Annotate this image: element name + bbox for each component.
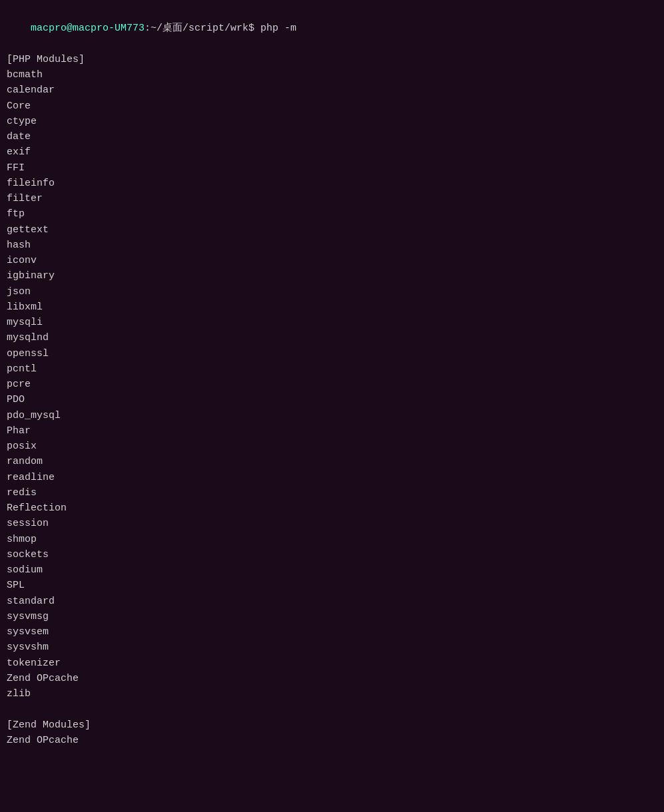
list-item: bcmath (7, 67, 657, 83)
list-item: readline (7, 470, 657, 485)
list-item: sysvshm (7, 640, 657, 655)
list-item: zlib (7, 686, 657, 702)
list-item: date (7, 129, 657, 144)
blank-line-1 (7, 702, 657, 717)
zend-modules-header: [Zend Modules] (7, 717, 657, 733)
php-modules-list: bcmathcalendarCorectypedateexifFFIfilein… (7, 67, 657, 702)
list-item: iconv (7, 253, 657, 268)
prompt-path: :~/桌面/script/wrk (145, 23, 248, 34)
terminal-window: macpro@macpro-UM773:~/桌面/script/wrk$ php… (7, 5, 657, 748)
list-item: ftp (7, 206, 657, 222)
php-modules-header: [PHP Modules] (7, 52, 657, 67)
list-item: sockets (7, 547, 657, 562)
list-item: shmop (7, 532, 657, 547)
list-item: igbinary (7, 268, 657, 284)
list-item: posix (7, 439, 657, 454)
list-item: filter (7, 191, 657, 206)
list-item: SPL (7, 578, 657, 593)
list-item: sodium (7, 562, 657, 578)
list-item: mysqli (7, 315, 657, 330)
list-item: sysvsem (7, 624, 657, 640)
list-item: fileinfo (7, 176, 657, 191)
zend-modules-list: Zend OPcache (7, 733, 657, 748)
list-item: Reflection (7, 501, 657, 516)
list-item: Zend OPcache (7, 733, 657, 748)
list-item: pdo_mysql (7, 408, 657, 423)
list-item: pcre (7, 377, 657, 392)
prompt-user: macpro@macpro-UM773 (31, 23, 145, 34)
list-item: Core (7, 99, 657, 114)
list-item: gettext (7, 222, 657, 238)
list-item: hash (7, 238, 657, 253)
list-item: Zend OPcache (7, 671, 657, 686)
list-item: sysvmsg (7, 609, 657, 624)
list-item: calendar (7, 83, 657, 98)
list-item: session (7, 516, 657, 531)
list-item: exif (7, 144, 657, 160)
list-item: openssl (7, 346, 657, 361)
list-item: random (7, 454, 657, 469)
prompt-dollar: $ (248, 23, 254, 34)
list-item: ctype (7, 114, 657, 129)
list-item: mysqlnd (7, 330, 657, 345)
list-item: PDO (7, 392, 657, 407)
list-item: redis (7, 485, 657, 501)
list-item: json (7, 284, 657, 300)
list-item: pcntl (7, 361, 657, 377)
list-item: standard (7, 594, 657, 609)
list-item: libxml (7, 300, 657, 315)
prompt-line: macpro@macpro-UM773:~/桌面/script/wrk$ php… (7, 5, 657, 52)
list-item: Phar (7, 423, 657, 439)
list-item: FFI (7, 160, 657, 176)
prompt-cmd: php -m (254, 23, 296, 34)
list-item: tokenizer (7, 656, 657, 671)
